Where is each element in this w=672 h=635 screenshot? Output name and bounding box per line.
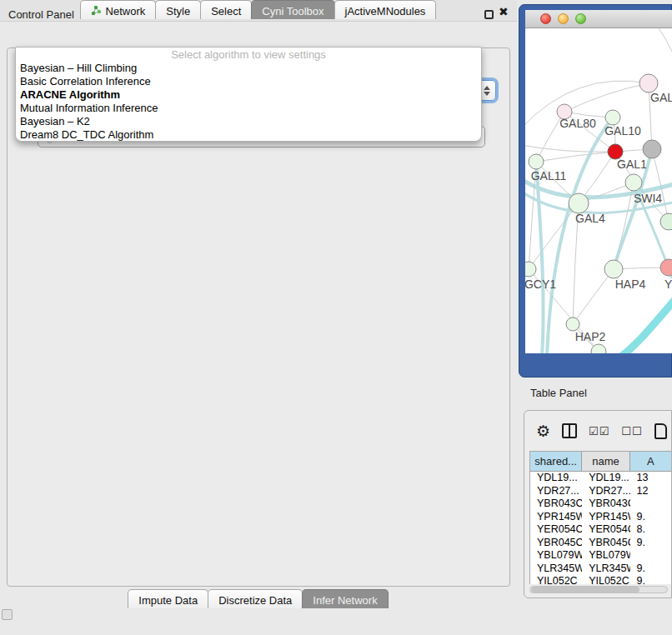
network-graph: GALGAL80GAL10GAL1GAL11SWI4GAL4GCY1HAP4YH… [525,28,672,353]
algorithm-option[interactable]: Bayesian – K2 [16,115,481,128]
network-node-labels: GALGAL80GAL10GAL1GAL11SWI4GAL4GCY1HAP4YH… [525,91,672,343]
column-header[interactable]: A [630,452,672,471]
algorithm-option[interactable]: Dream8 DC_TDC Algorithm [16,128,481,142]
table-cell: YER054C [530,523,582,537]
network-icon [91,5,102,18]
node-label: SWI4 [634,192,662,205]
gear-icon[interactable]: ⚙ [536,423,550,439]
close-traffic-light-icon[interactable] [540,13,551,24]
node-label: GAL10 [604,124,641,138]
scrollbar-thumb[interactable] [531,587,639,592]
tab-cyni-toolbox[interactable]: Cyni Toolbox [251,0,334,19]
table-cell: YDL19... [582,472,629,485]
minimized-panel-icon[interactable] [2,609,13,620]
network-cyan-edge [619,299,672,353]
table-cell: 9. [630,562,672,576]
column-header[interactable]: name [582,452,629,471]
node-label: HAP2 [575,330,606,343]
table-cell: 9. [630,511,672,524]
network-node-gal4[interactable] [569,193,589,213]
node-label: Y [664,278,672,291]
table-cell: 9. [630,575,672,584]
minimize-traffic-light-icon[interactable] [558,13,569,24]
algorithm-option[interactable]: Basic Correlation Inference [16,75,481,88]
tab-select[interactable]: Select [200,0,252,19]
table-cell: YPR145W [582,511,629,524]
node-label: GAL [650,91,672,104]
algorithm-option[interactable]: ARACNE Algorithm [16,88,481,102]
split-panel-icon[interactable] [562,423,577,438]
algorithm-option[interactable]: Bayesian – Hill Climbing [16,62,481,75]
table-cell: YLR345W [530,562,582,576]
table-row[interactable]: YBR045CYBR045C9. [530,537,672,550]
algorithm-dropdown-popup: Select algorithm to view settings Bayesi… [15,47,482,142]
table-cell: 9. [630,537,672,550]
network-node-y[interactable] [660,259,672,276]
node-label: HAP4 [615,278,646,291]
node-label: GAL11 [531,169,567,182]
tab-label: Select [211,5,241,18]
table-panel-toolbar: ⚙ ☑☑ ☐☐ [524,416,672,446]
table-cell: YIL052C [530,575,582,584]
table-cell: YIL052C [582,575,629,584]
table-row[interactable]: YDL19...YDL19...13 [530,472,672,485]
network-node-gcy1[interactable] [525,262,536,277]
tab-jactivemnodules[interactable]: jActiveMNodules [334,0,437,19]
node-label: GAL1 [617,158,647,171]
deselect-columns-icon[interactable]: ☐☐ [621,425,642,438]
bottom-tabbar: Impute DataDiscretize DataInfer Network [0,589,517,608]
table-body: YDL19...YDL19...13YDR27...YDR27...12YBR0… [530,472,672,584]
table-cell: YBL079W [582,549,629,562]
network-node[interactable] [643,140,661,158]
zoom-traffic-light-icon[interactable] [575,13,586,24]
table-row[interactable]: YLR345WYLR345W9. [530,562,672,576]
control-panel-tabbar: NetworkStyleSelectCyni ToolboxjActiveMNo… [0,0,517,19]
table-row[interactable]: YDR27...YDR27...12 [530,485,672,498]
network-window-titlebar[interactable] [525,10,672,28]
table-cell: YBR045C [530,537,582,550]
table-cell: YER054C [582,523,629,537]
network-node-swi4[interactable] [625,174,642,191]
tab-label: Network [106,5,146,18]
table-cell: 12 [630,485,672,498]
network-node-hap2[interactable] [566,318,579,331]
table-cell: YBR043C [582,498,629,511]
network-view-canvas[interactable]: GALGAL80GAL10GAL1GAL11SWI4GAL4GCY1HAP4YH… [525,28,672,353]
combo-spinner-icon [482,86,491,96]
tab-impute-data[interactable]: Impute Data [128,589,208,608]
new-table-icon[interactable] [654,423,667,439]
network-node-gal10[interactable] [605,110,620,125]
network-node-hap4[interactable] [604,260,623,278]
table-panel-title: Table Panel [530,387,587,399]
network-node-gal11[interactable] [529,154,544,169]
table-cell: YBR045C [582,537,629,550]
tab-network[interactable]: Network [80,0,157,19]
table-horizontal-scrollbar[interactable] [529,586,668,593]
table-panel-window: ⚙ ☑☑ ☐☐ shared...nameA YDL19...YDL19...1… [524,410,672,598]
table-row[interactable]: YER054CYER054C8. [530,523,672,537]
table-cell: YPR145W [530,511,582,524]
table-cell: YDR27... [530,485,582,498]
select-all-columns-icon[interactable]: ☑☑ [589,425,609,438]
network-node[interactable] [660,213,672,230]
algorithm-popup-prompt: Select algorithm to view settings [16,48,481,62]
table-cell [630,549,672,562]
table-row[interactable]: YBR043CYBR043C [530,498,672,511]
tab-label: jActiveMNodules [345,5,426,18]
table-header-row: shared...nameA [530,452,672,472]
table-row[interactable]: YBL079WYBL079W [530,549,672,562]
tab-style[interactable]: Style [155,0,201,19]
table-cell: 13 [630,472,672,485]
network-node-gal[interactable] [639,74,658,92]
column-header[interactable]: shared... [530,452,582,471]
tab-infer-network[interactable]: Infer Network [302,589,388,608]
table-cell [630,498,672,511]
table-row[interactable]: YIL052CYIL052C9. [530,575,672,584]
table-cell: 8. [630,523,672,537]
tab-label: Cyni Toolbox [262,5,323,18]
algorithm-option[interactable]: Mutual Information Inference [16,102,481,115]
tab-label: Style [166,5,190,18]
tab-discretize-data[interactable]: Discretize Data [208,589,303,608]
table-row[interactable]: YPR145WYPR145W9. [530,511,672,524]
node-table: shared...nameA YDL19...YDL19...13YDR27..… [529,451,672,584]
